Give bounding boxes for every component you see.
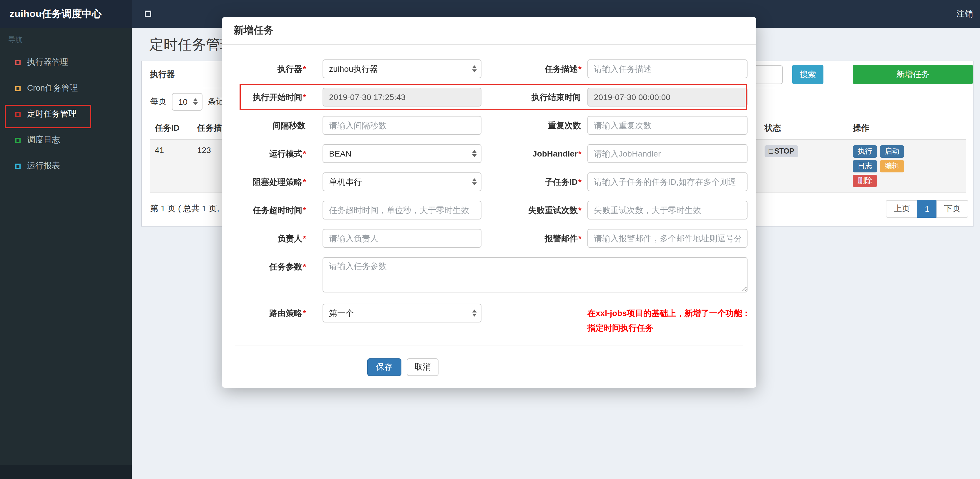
route-strategy-select-value: 第一个 — [323, 304, 481, 322]
add-task-button[interactable]: 新增任务 — [853, 65, 973, 84]
save-button[interactable]: 保存 — [367, 358, 401, 376]
square-icon — [15, 60, 21, 65]
current-page-button[interactable]: 1 — [917, 200, 937, 218]
add-task-modal: 新增任务 执行器* zuihou执行器 任务描述* 执行开始时间* — [222, 17, 756, 388]
feature-note: 在xxl-jobs项目的基础上，新增了一个功能： 指定时间执行任务 — [587, 304, 752, 336]
sidebar-item-label: 执行器管理 — [27, 57, 68, 68]
sidebar-item-timed-task-manage[interactable]: 定时任务管理 — [0, 101, 132, 127]
executor-label: 执行器* — [232, 59, 306, 78]
operation-buttons: 执行 启动 日志 编辑 删除 — [853, 145, 928, 187]
per-page-label: 每页 — [150, 97, 167, 107]
block-strategy-select[interactable]: 单机串行 — [323, 172, 482, 191]
square-icon — [15, 86, 21, 91]
route-strategy-select[interactable]: 第一个 — [323, 304, 482, 323]
sidebar: 导航 执行器管理 Cron任务管理 定时任务管理 调度日志 运行报表 — [0, 28, 132, 479]
prev-page-button[interactable]: 上页 — [886, 200, 918, 218]
column-header-status: 状态 — [760, 118, 848, 140]
interval-input[interactable] — [323, 116, 482, 135]
job-handler-label: JobHandler* — [482, 144, 582, 163]
repeat-count-input[interactable] — [587, 116, 748, 135]
modal-title: 新增任务 — [222, 17, 756, 45]
status-badge: □ STOP — [765, 145, 799, 157]
run-button[interactable]: 执行 — [853, 145, 877, 158]
search-button[interactable]: 搜索 — [792, 65, 823, 84]
feature-note-line2: 指定时间执行任务 — [587, 321, 752, 336]
start-time-label: 执行开始时间* — [232, 88, 306, 107]
select-arrows-icon — [472, 178, 477, 185]
feature-note-line1: 在xxl-jobs项目的基础上，新增了一个功能： — [587, 306, 752, 321]
pagination: 上页 1 下页 — [886, 200, 968, 218]
square-icon — [15, 163, 21, 169]
sidebar-item-executor-manage[interactable]: 执行器管理 — [0, 49, 132, 75]
interval-label: 间隔秒数 — [232, 116, 306, 135]
sidebar-item-run-report[interactable]: 运行报表 — [0, 153, 132, 179]
logout-link[interactable]: 注销 — [952, 0, 978, 28]
per-page-select[interactable]: 10 — [172, 93, 202, 111]
app-root: zuihou任务调度中心 注销 导航 执行器管理 Cron任务管理 定时任务管理… — [0, 0, 980, 479]
add-task-form: 执行器* zuihou执行器 任务描述* 执行开始时间* 执行结束时间 — [222, 45, 756, 336]
form-row: 间隔秒数 重复次数 — [232, 116, 756, 135]
column-header-operations: 操作 — [848, 118, 966, 140]
page-title: 定时任务管理 — [150, 35, 234, 54]
sidebar-menu: 执行器管理 Cron任务管理 定时任务管理 调度日志 运行报表 — [0, 49, 132, 179]
form-row: 阻塞处理策略* 单机串行 子任务ID* — [232, 172, 756, 191]
sidebar-item-label: 调度日志 — [27, 135, 60, 145]
run-mode-select-value: BEAN — [323, 145, 481, 162]
sidebar-footer-strip — [0, 465, 132, 479]
column-header-task-id: 任务ID — [150, 118, 192, 140]
select-arrows-icon — [472, 150, 477, 157]
start-time-input[interactable] — [323, 88, 482, 107]
log-button[interactable]: 日志 — [853, 160, 877, 172]
run-mode-select[interactable]: BEAN — [323, 144, 482, 163]
block-strategy-label: 阻塞处理策略* — [232, 172, 306, 191]
executor-filter-label: 执行器 — [150, 69, 175, 80]
sidebar-toggle-icon — [145, 11, 151, 17]
owner-label: 负责人* — [232, 229, 306, 248]
stop-square-icon: □ — [769, 147, 773, 155]
sidebar-item-label: 定时任务管理 — [27, 109, 76, 119]
executor-select-value: zuihou执行器 — [323, 60, 481, 78]
form-row: 负责人* 报警邮件* — [232, 229, 756, 248]
cancel-button[interactable]: 取消 — [407, 358, 439, 376]
owner-input[interactable] — [323, 229, 482, 248]
timeout-input[interactable] — [323, 201, 482, 220]
modal-footer: 保存 取消 — [222, 345, 756, 376]
timeout-label: 任务超时时间* — [232, 201, 306, 220]
pagination-summary: 第 1 页 ( 总共 1 页, 1 — [150, 204, 226, 214]
retry-input[interactable] — [587, 201, 748, 220]
alarm-email-input[interactable] — [587, 229, 748, 248]
task-params-textarea[interactable] — [323, 257, 748, 293]
form-row-highlighted: 执行开始时间* 执行结束时间 — [232, 88, 756, 107]
job-handler-input[interactable] — [587, 144, 748, 163]
task-desc-input[interactable] — [587, 59, 748, 78]
child-job-input[interactable] — [587, 172, 748, 191]
form-row: 执行器* zuihou执行器 任务描述* — [232, 59, 756, 78]
next-page-button[interactable]: 下页 — [937, 200, 968, 218]
sidebar-section-header: 导航 — [0, 28, 132, 49]
form-row: 运行模式* BEAN JobHandler* — [232, 144, 756, 163]
square-icon — [15, 137, 21, 143]
select-arrows-icon — [472, 65, 477, 72]
sidebar-item-dispatch-log[interactable]: 调度日志 — [0, 127, 132, 153]
sidebar-item-cron-task-manage[interactable]: Cron任务管理 — [0, 75, 132, 101]
sidebar-item-label: 运行报表 — [27, 161, 60, 171]
run-mode-label: 运行模式* — [232, 144, 306, 163]
start-button[interactable]: 启动 — [880, 145, 904, 158]
cell-task-id: 41 — [150, 140, 192, 193]
block-strategy-select-value: 单机串行 — [323, 173, 481, 191]
app-brand: zuihou任务调度中心 — [0, 0, 132, 28]
sidebar-toggle-button[interactable] — [139, 0, 159, 28]
child-job-label: 子任务ID* — [482, 172, 582, 191]
executor-select[interactable]: zuihou执行器 — [323, 59, 482, 78]
spacer-label — [482, 304, 582, 336]
edit-button[interactable]: 编辑 — [880, 160, 904, 172]
retry-label: 失败重试次数* — [482, 201, 582, 220]
end-time-input[interactable] — [587, 88, 748, 107]
end-time-label: 执行结束时间 — [482, 88, 582, 107]
task-params-label: 任务参数* — [232, 257, 306, 294]
route-strategy-label: 路由策略* — [232, 304, 306, 336]
sidebar-item-label: Cron任务管理 — [27, 83, 78, 94]
delete-button[interactable]: 删除 — [853, 175, 877, 187]
select-arrows-icon — [472, 310, 477, 317]
cell-operations: 执行 启动 日志 编辑 删除 — [848, 140, 966, 193]
